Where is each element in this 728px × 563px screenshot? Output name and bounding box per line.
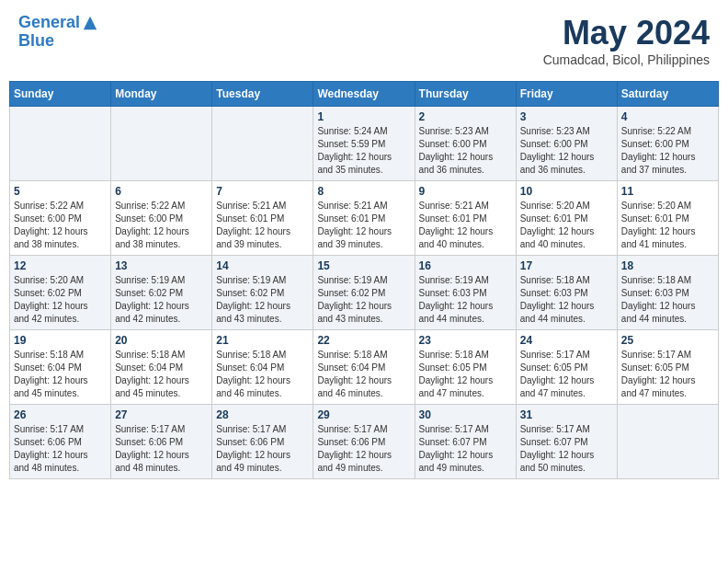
calendar-cell: 3Sunrise: 5:23 AM Sunset: 6:00 PM Daylig… <box>516 107 617 181</box>
day-number: 26 <box>14 408 107 421</box>
calendar-cell: 6Sunrise: 5:22 AM Sunset: 6:00 PM Daylig… <box>111 181 212 256</box>
day-info: Sunrise: 5:19 AM Sunset: 6:03 PM Dayligh… <box>419 274 512 326</box>
logo: General Blue <box>18 14 98 51</box>
day-info: Sunrise: 5:18 AM Sunset: 6:04 PM Dayligh… <box>14 349 107 400</box>
calendar-cell: 5Sunrise: 5:22 AM Sunset: 6:00 PM Daylig… <box>10 181 111 256</box>
day-number: 18 <box>621 259 714 272</box>
calendar-table: SundayMondayTuesdayWednesdayThursdayFrid… <box>9 81 719 479</box>
calendar-cell: 28Sunrise: 5:17 AM Sunset: 6:06 PM Dayli… <box>212 405 313 479</box>
calendar-cell: 26Sunrise: 5:17 AM Sunset: 6:06 PM Dayli… <box>10 405 111 479</box>
day-info: Sunrise: 5:20 AM Sunset: 6:02 PM Dayligh… <box>14 274 107 326</box>
day-number: 1 <box>317 110 410 123</box>
day-number: 20 <box>115 334 208 347</box>
calendar-cell: 13Sunrise: 5:19 AM Sunset: 6:02 PM Dayli… <box>111 256 212 330</box>
day-header-thursday: Thursday <box>415 82 516 107</box>
day-info: Sunrise: 5:21 AM Sunset: 6:01 PM Dayligh… <box>419 200 512 251</box>
day-number: 16 <box>419 259 512 272</box>
day-number: 25 <box>621 334 714 347</box>
calendar-cell: 25Sunrise: 5:17 AM Sunset: 6:05 PM Dayli… <box>617 330 718 405</box>
calendar-cell <box>617 405 718 479</box>
day-number: 3 <box>520 110 613 123</box>
day-number: 23 <box>419 334 512 347</box>
day-info: Sunrise: 5:22 AM Sunset: 6:00 PM Dayligh… <box>14 200 107 251</box>
day-info: Sunrise: 5:18 AM Sunset: 6:04 PM Dayligh… <box>216 349 309 400</box>
location: Cumadcad, Bicol, Philippines <box>543 52 710 67</box>
day-info: Sunrise: 5:17 AM Sunset: 6:05 PM Dayligh… <box>520 349 613 400</box>
calendar-cell: 20Sunrise: 5:18 AM Sunset: 6:04 PM Dayli… <box>111 330 212 405</box>
day-number: 10 <box>520 185 613 198</box>
day-number: 9 <box>419 185 512 198</box>
calendar-cell: 8Sunrise: 5:21 AM Sunset: 6:01 PM Daylig… <box>313 181 415 256</box>
calendar-cell: 19Sunrise: 5:18 AM Sunset: 6:04 PM Dayli… <box>10 330 111 405</box>
day-number: 17 <box>520 259 613 272</box>
day-info: Sunrise: 5:17 AM Sunset: 6:06 PM Dayligh… <box>216 423 309 475</box>
day-info: Sunrise: 5:23 AM Sunset: 6:00 PM Dayligh… <box>520 125 613 177</box>
day-header-tuesday: Tuesday <box>212 82 313 107</box>
calendar-cell: 2Sunrise: 5:23 AM Sunset: 6:00 PM Daylig… <box>415 107 516 181</box>
day-info: Sunrise: 5:17 AM Sunset: 6:06 PM Dayligh… <box>14 423 107 475</box>
week-row-3: 12Sunrise: 5:20 AM Sunset: 6:02 PM Dayli… <box>10 256 719 330</box>
day-header-saturday: Saturday <box>617 82 718 107</box>
day-info: Sunrise: 5:22 AM Sunset: 6:00 PM Dayligh… <box>115 200 208 251</box>
page-header: General Blue May 2024 Cumadcad, Bicol, P… <box>9 9 719 72</box>
logo-icon <box>82 15 98 31</box>
calendar-cell: 22Sunrise: 5:18 AM Sunset: 6:04 PM Dayli… <box>313 330 415 405</box>
day-info: Sunrise: 5:19 AM Sunset: 6:02 PM Dayligh… <box>216 274 309 326</box>
day-info: Sunrise: 5:17 AM Sunset: 6:06 PM Dayligh… <box>317 423 410 475</box>
calendar-cell <box>111 107 212 181</box>
day-info: Sunrise: 5:18 AM Sunset: 6:04 PM Dayligh… <box>115 349 208 400</box>
calendar-cell: 27Sunrise: 5:17 AM Sunset: 6:06 PM Dayli… <box>111 405 212 479</box>
day-number: 31 <box>520 408 613 421</box>
day-info: Sunrise: 5:20 AM Sunset: 6:01 PM Dayligh… <box>621 200 714 251</box>
calendar-cell: 17Sunrise: 5:18 AM Sunset: 6:03 PM Dayli… <box>516 256 617 330</box>
day-info: Sunrise: 5:18 AM Sunset: 6:03 PM Dayligh… <box>520 274 613 326</box>
logo-text: General <box>18 14 80 32</box>
day-info: Sunrise: 5:23 AM Sunset: 6:00 PM Dayligh… <box>419 125 512 177</box>
day-number: 8 <box>317 185 410 198</box>
calendar-header: SundayMondayTuesdayWednesdayThursdayFrid… <box>10 82 719 107</box>
day-info: Sunrise: 5:20 AM Sunset: 6:01 PM Dayligh… <box>520 200 613 251</box>
day-info: Sunrise: 5:18 AM Sunset: 6:04 PM Dayligh… <box>317 349 410 400</box>
calendar-cell <box>10 107 111 181</box>
day-number: 6 <box>115 185 208 198</box>
day-number: 5 <box>14 185 107 198</box>
calendar-cell: 16Sunrise: 5:19 AM Sunset: 6:03 PM Dayli… <box>415 256 516 330</box>
calendar-cell: 21Sunrise: 5:18 AM Sunset: 6:04 PM Dayli… <box>212 330 313 405</box>
calendar-cell: 14Sunrise: 5:19 AM Sunset: 6:02 PM Dayli… <box>212 256 313 330</box>
calendar-cell: 9Sunrise: 5:21 AM Sunset: 6:01 PM Daylig… <box>415 181 516 256</box>
title-area: May 2024 Cumadcad, Bicol, Philippines <box>543 14 710 67</box>
day-number: 27 <box>115 408 208 421</box>
calendar-cell: 1Sunrise: 5:24 AM Sunset: 5:59 PM Daylig… <box>313 107 415 181</box>
day-number: 30 <box>419 408 512 421</box>
calendar-cell: 29Sunrise: 5:17 AM Sunset: 6:06 PM Dayli… <box>313 405 415 479</box>
day-header-wednesday: Wednesday <box>313 82 415 107</box>
day-info: Sunrise: 5:21 AM Sunset: 6:01 PM Dayligh… <box>216 200 309 251</box>
day-number: 28 <box>216 408 309 421</box>
calendar-cell <box>212 107 313 181</box>
day-number: 2 <box>419 110 512 123</box>
day-number: 4 <box>621 110 714 123</box>
calendar-cell: 23Sunrise: 5:18 AM Sunset: 6:05 PM Dayli… <box>415 330 516 405</box>
day-number: 14 <box>216 259 309 272</box>
day-info: Sunrise: 5:17 AM Sunset: 6:05 PM Dayligh… <box>621 349 714 400</box>
day-info: Sunrise: 5:17 AM Sunset: 6:07 PM Dayligh… <box>419 423 512 475</box>
week-row-4: 19Sunrise: 5:18 AM Sunset: 6:04 PM Dayli… <box>10 330 719 405</box>
calendar-cell: 15Sunrise: 5:19 AM Sunset: 6:02 PM Dayli… <box>313 256 415 330</box>
day-header-sunday: Sunday <box>10 82 111 107</box>
day-info: Sunrise: 5:17 AM Sunset: 6:06 PM Dayligh… <box>115 423 208 475</box>
day-number: 13 <box>115 259 208 272</box>
svg-marker-0 <box>84 17 97 29</box>
day-number: 22 <box>317 334 410 347</box>
day-info: Sunrise: 5:22 AM Sunset: 6:00 PM Dayligh… <box>621 125 714 177</box>
day-number: 29 <box>317 408 410 421</box>
calendar-cell: 18Sunrise: 5:18 AM Sunset: 6:03 PM Dayli… <box>617 256 718 330</box>
month-title: May 2024 <box>543 14 710 52</box>
day-info: Sunrise: 5:21 AM Sunset: 6:01 PM Dayligh… <box>317 200 410 251</box>
day-number: 19 <box>14 334 107 347</box>
day-info: Sunrise: 5:18 AM Sunset: 6:05 PM Dayligh… <box>419 349 512 400</box>
week-row-5: 26Sunrise: 5:17 AM Sunset: 6:06 PM Dayli… <box>10 405 719 479</box>
day-number: 21 <box>216 334 309 347</box>
calendar-cell: 4Sunrise: 5:22 AM Sunset: 6:00 PM Daylig… <box>617 107 718 181</box>
week-row-2: 5Sunrise: 5:22 AM Sunset: 6:00 PM Daylig… <box>10 181 719 256</box>
day-number: 7 <box>216 185 309 198</box>
